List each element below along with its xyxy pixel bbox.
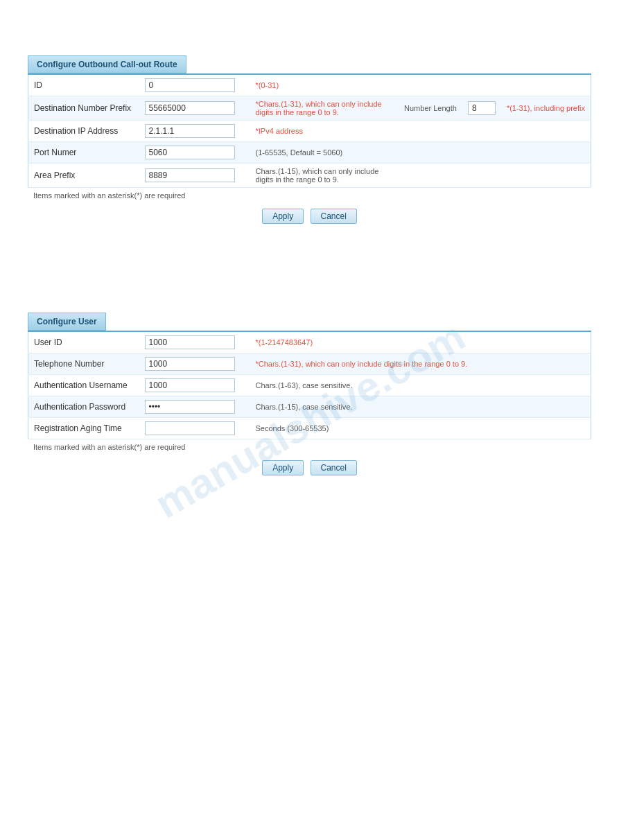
- label-userid: User ID: [28, 331, 139, 353]
- input-cell-id: [139, 74, 250, 96]
- input-cell-dest-num-prefix: [139, 96, 250, 121]
- dest-ip-input[interactable]: [145, 124, 235, 138]
- section2-cancel-button[interactable]: Cancel: [311, 460, 357, 475]
- input-cell-dest-ip: [139, 121, 250, 142]
- input-cell-reg-aging-time: [139, 418, 250, 439]
- reg-aging-time-input[interactable]: [145, 421, 235, 435]
- hint-id: *(0-31): [250, 74, 399, 96]
- port-input[interactable]: [145, 146, 235, 159]
- label-id: ID: [28, 74, 139, 96]
- table-row: Authentication Username Chars.(1-63), ca…: [28, 375, 591, 396]
- table-row: Destination IP Address *IPv4 address: [28, 121, 591, 142]
- hint-tel-number: *Chars.(1-31), which can only include di…: [250, 353, 591, 375]
- table-row: ID *(0-31): [28, 74, 591, 96]
- hint-userid: *(1-2147483647): [250, 331, 591, 353]
- auth-password-input[interactable]: [145, 400, 235, 414]
- dest-num-prefix-input[interactable]: [145, 101, 235, 115]
- number-length-hint: *(1-31), including prefix: [501, 96, 591, 121]
- hint-dest-ip: *IPv4 address: [250, 121, 399, 142]
- input-cell-auth-username: [139, 375, 250, 396]
- section2-table: User ID *(1-2147483647) Telephone Number…: [28, 331, 591, 439]
- tel-number-input[interactable]: [145, 357, 235, 371]
- label-reg-aging-time: Registration Aging Time: [28, 418, 139, 439]
- hint-auth-username: Chars.(1-63), case sensitive.: [250, 375, 591, 396]
- label-auth-password: Authentication Password: [28, 396, 139, 418]
- hint-area-prefix: Chars.(1-15), which can only include dig…: [250, 164, 399, 188]
- input-cell-area-prefix: [139, 164, 250, 188]
- label-tel-number: Telephone Number: [28, 353, 139, 375]
- label-auth-username: Authentication Username: [28, 375, 139, 396]
- section1-header: Configure Outbound Call-out Route: [28, 55, 186, 73]
- area-prefix-input[interactable]: [145, 168, 235, 182]
- section-configure-user: Configure User User ID *(1-2147483647) T…: [28, 313, 591, 481]
- table-row: User ID *(1-2147483647): [28, 331, 591, 353]
- number-length-label-cell: Number Length: [399, 96, 462, 121]
- label-dest-ip: Destination IP Address: [28, 121, 139, 142]
- hint-dest-num-prefix: *Chars.(1-31), which can only include di…: [250, 96, 399, 121]
- input-cell-tel-number: [139, 353, 250, 375]
- section2-button-row: Apply Cancel: [28, 455, 591, 481]
- input-cell-port: [139, 142, 250, 164]
- table-row: Area Prefix Chars.(1-15), which can only…: [28, 164, 591, 188]
- table-row: Telephone Number *Chars.(1-31), which ca…: [28, 353, 591, 375]
- table-row: Destination Number Prefix *Chars.(1-31),…: [28, 96, 591, 121]
- input-cell-userid: [139, 331, 250, 353]
- section-outbound-route: Configure Outbound Call-out Route ID *(0…: [28, 55, 591, 229]
- section1-apply-button[interactable]: Apply: [262, 209, 304, 224]
- section2-header: Configure User: [28, 313, 106, 331]
- auth-username-input[interactable]: [145, 378, 235, 392]
- table-row: Port Numer (1-65535, Default = 5060): [28, 142, 591, 164]
- input-cell-auth-password: [139, 396, 250, 418]
- page-wrapper: manualshive.com Configure Outbound Call-…: [0, 0, 619, 840]
- id-input[interactable]: [145, 78, 235, 92]
- label-dest-num-prefix: Destination Number Prefix: [28, 96, 139, 121]
- section1-cancel-button[interactable]: Cancel: [311, 209, 357, 224]
- section1-footer-note: Items marked with an asterisk(*) are req…: [28, 188, 591, 203]
- label-area-prefix: Area Prefix: [28, 164, 139, 188]
- table-row: Registration Aging Time Seconds (300-655…: [28, 418, 591, 439]
- userid-input[interactable]: [145, 335, 235, 349]
- number-length-input[interactable]: [468, 101, 496, 115]
- hint-auth-password: Chars.(1-15), case sensitive.: [250, 396, 591, 418]
- section1-button-row: Apply Cancel: [28, 203, 591, 229]
- hint-reg-aging-time: Seconds (300-65535): [250, 418, 591, 439]
- section2-apply-button[interactable]: Apply: [262, 460, 304, 475]
- label-port: Port Numer: [28, 142, 139, 164]
- number-length-input-cell: [462, 96, 501, 121]
- hint-port: (1-65535, Default = 5060): [250, 142, 399, 164]
- table-row: Authentication Password Chars.(1-15), ca…: [28, 396, 591, 418]
- section1-table: ID *(0-31) Destination Number Prefix *Ch…: [28, 73, 591, 188]
- section2-footer-note: Items marked with an asterisk(*) are req…: [28, 439, 591, 455]
